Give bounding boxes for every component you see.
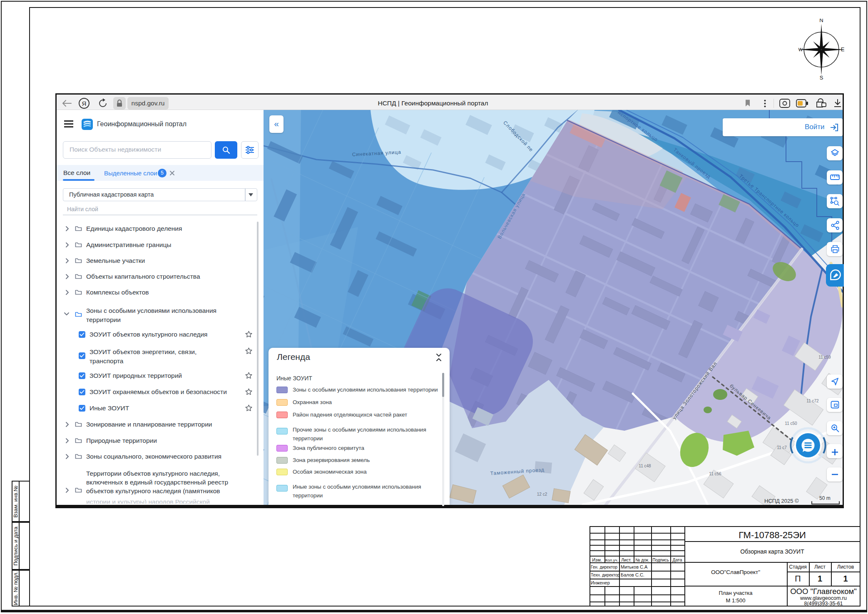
svg-text:W: W xyxy=(798,47,803,52)
svg-text:11 с59: 11 с59 xyxy=(818,355,831,359)
svg-text:12 с2: 12 с2 xyxy=(537,492,547,497)
svg-text:11 с72: 11 с72 xyxy=(806,399,819,403)
svg-text:НСПД 2025 ©: НСПД 2025 © xyxy=(764,498,799,504)
svg-text:11 с7: 11 с7 xyxy=(777,445,787,450)
svg-text:E: E xyxy=(841,46,845,52)
svg-text:11 с56: 11 с56 xyxy=(709,472,721,476)
svg-text:50 m: 50 m xyxy=(819,495,831,501)
svg-text:S: S xyxy=(820,75,823,81)
svg-text:11 с48: 11 с48 xyxy=(639,464,651,468)
svg-text:N: N xyxy=(819,19,823,23)
